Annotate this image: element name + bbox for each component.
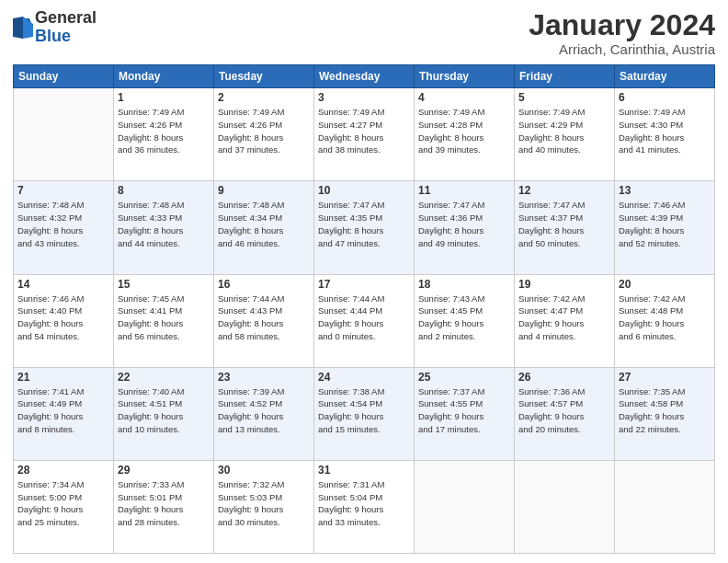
sunrise-text: Sunrise: 7:35 AM [619,386,685,396]
sunrise-text: Sunrise: 7:47 AM [318,200,384,210]
sunset-text: Sunset: 4:37 PM [518,213,583,223]
table-cell: 1Sunrise: 7:49 AMSunset: 4:26 PMDaylight… [114,88,214,181]
table-cell: 31Sunrise: 7:31 AMSunset: 5:04 PMDayligh… [314,460,415,553]
sunrise-text: Sunrise: 7:49 AM [518,107,585,117]
table-cell [615,460,715,553]
sunrise-text: Sunrise: 7:48 AM [218,200,284,210]
sunset-text: Sunset: 4:32 PM [17,213,82,223]
svg-marker-2 [13,17,23,39]
day-info: Sunrise: 7:48 AMSunset: 4:33 PMDaylight:… [118,199,210,249]
page-subtitle: Arriach, Carinthia, Austria [529,41,715,57]
table-cell: 11Sunrise: 7:47 AMSunset: 4:36 PMDayligh… [415,181,515,274]
table-cell: 14Sunrise: 7:46 AMSunset: 4:40 PMDayligh… [14,274,114,367]
day-number: 18 [418,278,510,291]
day-number: 15 [118,278,210,291]
daylight-text: Daylight: 8 hours [619,225,684,236]
sunset-text: Sunset: 5:00 PM [17,492,82,502]
day-info: Sunrise: 7:37 AMSunset: 4:55 PMDaylight:… [418,385,510,436]
sunset-text: Sunset: 4:35 PM [318,213,382,223]
daylight-text: Daylight: 8 hours [218,132,283,143]
col-thursday: Thursday [415,65,515,88]
sunset-text: Sunset: 5:04 PM [318,492,382,502]
sunset-text: Sunset: 4:29 PM [518,120,583,130]
table-cell: 6Sunrise: 7:49 AMSunset: 4:30 PMDaylight… [615,88,715,181]
daylight-text: Daylight: 9 hours [518,318,584,328]
day-number: 22 [118,371,210,384]
sunset-text: Sunset: 4:49 PM [17,398,82,408]
table-cell: 17Sunrise: 7:44 AMSunset: 4:44 PMDayligh… [314,274,415,367]
day-number: 8 [118,184,210,197]
sunset-text: Sunset: 4:51 PM [118,398,182,408]
daylight-text: Daylight: 9 hours [218,411,283,421]
day-info: Sunrise: 7:36 AMSunset: 4:57 PMDaylight:… [518,385,610,436]
sunset-text: Sunset: 4:41 PM [118,305,182,316]
sunrise-text: Sunrise: 7:46 AM [17,293,84,304]
daylight-text: Daylight: 8 hours [17,225,83,236]
daylight-minutes-text: and 38 minutes. [318,144,381,155]
sunrise-text: Sunrise: 7:31 AM [318,479,384,489]
day-number: 20 [619,278,711,291]
daylight-text: Daylight: 9 hours [318,504,383,514]
daylight-text: Daylight: 8 hours [218,318,283,328]
day-number: 28 [17,464,109,477]
daylight-minutes-text: and 10 minutes. [118,424,180,434]
table-cell: 5Sunrise: 7:49 AMSunset: 4:29 PMDaylight… [515,88,615,181]
sunrise-text: Sunrise: 7:38 AM [318,386,384,396]
sunset-text: Sunset: 4:45 PM [418,305,483,316]
day-number: 9 [218,184,310,197]
table-cell [415,460,515,553]
daylight-minutes-text: and 4 minutes. [518,331,575,341]
daylight-text: Daylight: 9 hours [418,411,483,421]
sunset-text: Sunset: 4:52 PM [218,398,282,408]
day-number: 12 [518,184,610,197]
daylight-text: Daylight: 9 hours [619,318,684,328]
table-cell: 20Sunrise: 7:42 AMSunset: 4:48 PMDayligh… [615,274,715,367]
sunrise-text: Sunrise: 7:45 AM [118,293,184,304]
sunset-text: Sunset: 4:58 PM [619,398,683,408]
sunrise-text: Sunrise: 7:46 AM [619,200,685,210]
table-cell: 9Sunrise: 7:48 AMSunset: 4:34 PMDaylight… [214,181,314,274]
sunset-text: Sunset: 4:27 PM [318,120,382,130]
daylight-minutes-text: and 20 minutes. [518,424,581,434]
day-number: 5 [518,91,610,104]
calendar-table: Sunday Monday Tuesday Wednesday Thursday… [13,64,715,554]
daylight-text: Daylight: 9 hours [118,411,183,421]
calendar-row: 28Sunrise: 7:34 AMSunset: 5:00 PMDayligh… [14,460,715,553]
day-info: Sunrise: 7:49 AMSunset: 4:26 PMDaylight:… [118,106,210,156]
calendar-row: 21Sunrise: 7:41 AMSunset: 4:49 PMDayligh… [14,367,715,460]
sunset-text: Sunset: 4:44 PM [318,305,382,316]
sunrise-text: Sunrise: 7:41 AM [17,386,84,396]
sunset-text: Sunset: 5:03 PM [218,492,282,502]
daylight-minutes-text: and 41 minutes. [619,144,681,155]
day-info: Sunrise: 7:31 AMSunset: 5:04 PMDaylight:… [318,478,410,529]
day-number: 24 [318,371,410,384]
day-info: Sunrise: 7:40 AMSunset: 4:51 PMDaylight:… [118,385,210,436]
day-number: 19 [518,278,610,291]
sunset-text: Sunset: 5:01 PM [118,492,182,502]
sunrise-text: Sunrise: 7:43 AM [418,293,484,304]
table-cell [515,460,615,553]
daylight-minutes-text: and 30 minutes. [218,517,280,527]
day-number: 16 [218,278,310,291]
day-info: Sunrise: 7:45 AMSunset: 4:41 PMDaylight:… [118,293,210,343]
day-info: Sunrise: 7:49 AMSunset: 4:28 PMDaylight:… [418,106,510,156]
table-cell: 2Sunrise: 7:49 AMSunset: 4:26 PMDaylight… [214,88,314,181]
sunset-text: Sunset: 4:26 PM [218,120,282,130]
daylight-text: Daylight: 8 hours [318,132,383,143]
sunrise-text: Sunrise: 7:40 AM [118,386,184,396]
daylight-text: Daylight: 9 hours [418,318,483,328]
day-number: 3 [318,91,410,104]
table-cell: 30Sunrise: 7:32 AMSunset: 5:03 PMDayligh… [214,460,314,553]
daylight-minutes-text: and 37 minutes. [218,144,280,155]
daylight-minutes-text: and 17 minutes. [418,424,481,434]
daylight-minutes-text: and 15 minutes. [318,424,381,434]
day-info: Sunrise: 7:48 AMSunset: 4:32 PMDaylight:… [17,199,109,249]
col-friday: Friday [515,65,615,88]
daylight-text: Daylight: 9 hours [218,504,283,514]
day-number: 29 [118,464,210,477]
sunrise-text: Sunrise: 7:33 AM [118,479,184,489]
sunset-text: Sunset: 4:33 PM [118,213,182,223]
daylight-minutes-text: and 13 minutes. [218,424,280,434]
daylight-text: Daylight: 9 hours [619,411,684,421]
daylight-text: Daylight: 9 hours [318,411,383,421]
